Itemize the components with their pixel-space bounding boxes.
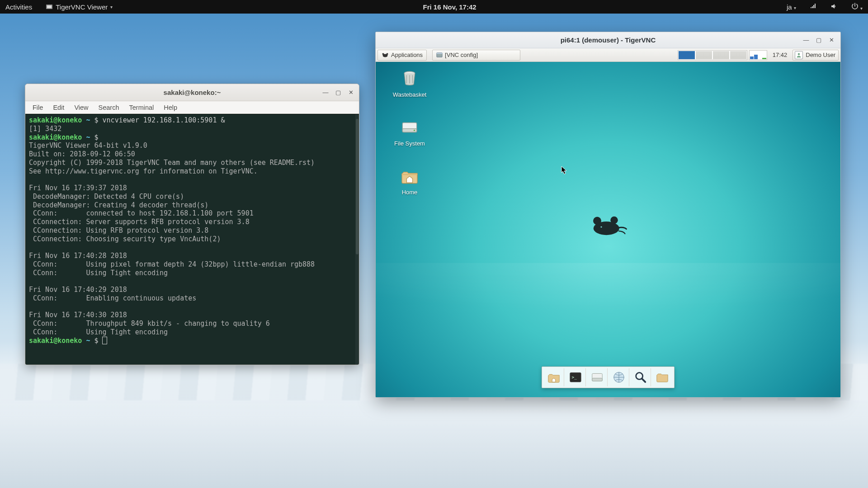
svg-point-13 xyxy=(593,217,601,225)
desktop-icon-wastebasket[interactable]: Wastebasket xyxy=(389,68,430,98)
menu-view[interactable]: View xyxy=(70,103,93,113)
svg-rect-1 xyxy=(47,5,52,8)
vnc-title: pi64:1 (demouser) - TigerVNC xyxy=(376,36,840,44)
home-folder-icon xyxy=(547,371,561,384)
svg-text:>_: >_ xyxy=(571,375,577,380)
close-button[interactable]: ✕ xyxy=(345,88,356,98)
desktop-icon-label: Home xyxy=(389,189,430,196)
user-indicator[interactable]: ja ▾ xyxy=(783,2,800,12)
user-label: Demo User xyxy=(806,52,835,58)
xfce-logo xyxy=(588,214,628,239)
terminal-window[interactable]: sakaki@koneko:~ — ▢ ✕ File Edit View Sea… xyxy=(25,84,359,365)
avatar-icon xyxy=(795,51,803,59)
maximize-button[interactable]: ▢ xyxy=(333,88,344,98)
drive-icon xyxy=(590,371,604,384)
taskbar-item-label: [VNC config] xyxy=(445,52,478,58)
terminal-scrollbar[interactable] xyxy=(355,114,359,365)
maximize-button[interactable]: ▢ xyxy=(813,35,824,45)
menu-terminal[interactable]: Terminal xyxy=(125,103,159,113)
drive-icon xyxy=(399,117,420,138)
applications-menu[interactable]: Applications xyxy=(377,50,427,61)
xfce-panel: Applications [VNC config] 17:42 Demo Use… xyxy=(376,48,840,62)
volume-indicator[interactable] xyxy=(827,2,841,12)
terminal-icon: >_ xyxy=(568,371,583,384)
svg-rect-19 xyxy=(592,378,602,381)
terminal-titlebar[interactable]: sakaki@koneko:~ — ▢ ✕ xyxy=(25,84,359,101)
svg-rect-6 xyxy=(437,52,442,54)
menu-help[interactable]: Help xyxy=(159,103,182,113)
trash-icon xyxy=(399,68,420,89)
xfce-mouse-icon xyxy=(382,52,389,58)
taskbar-item-vncconfig[interactable]: [VNC config] xyxy=(432,50,520,61)
desktop-icon-label: Wastebasket xyxy=(389,91,430,98)
minimize-button[interactable]: — xyxy=(320,88,331,98)
topbar-clock[interactable]: Fri 16 Nov, 17:42 xyxy=(116,3,783,11)
svg-point-3 xyxy=(382,53,384,55)
panel-clock[interactable]: 17:42 xyxy=(769,52,791,58)
dock-item-find[interactable] xyxy=(630,368,651,386)
user-menu[interactable]: Demo User xyxy=(793,50,839,61)
terminal-cursor xyxy=(103,337,107,344)
minimize-button[interactable]: — xyxy=(801,35,811,45)
home-folder-icon xyxy=(399,166,420,187)
terminal-body[interactable]: sakaki@koneko ~ $ vncviewer 192.168.1.10… xyxy=(25,114,359,365)
svg-point-4 xyxy=(387,53,388,55)
desktop-icon-home[interactable]: Home xyxy=(389,166,430,196)
network-indicator[interactable] xyxy=(806,2,821,12)
remote-desktop[interactable]: Wastebasket File System Home >_ xyxy=(376,62,840,397)
search-icon xyxy=(633,371,648,384)
dock-item-filemanager[interactable] xyxy=(587,368,608,386)
cursor-icon xyxy=(561,166,567,175)
svg-point-14 xyxy=(610,216,618,224)
xfce-dock: >_ xyxy=(542,366,675,388)
dock-item-terminal[interactable]: >_ xyxy=(565,368,586,386)
gnome-topbar: Activities TigerVNC Viewer ▾ Fri 16 Nov,… xyxy=(0,0,868,14)
terminal-menubar: File Edit View Search Terminal Help xyxy=(25,101,359,114)
close-button[interactable]: ✕ xyxy=(826,35,837,45)
dock-item-folder[interactable] xyxy=(652,368,673,386)
desktop-icon-filesystem[interactable]: File System xyxy=(389,117,430,147)
cpu-graph[interactable] xyxy=(678,50,747,60)
dock-item-browser[interactable] xyxy=(609,368,629,386)
svg-point-15 xyxy=(601,226,602,228)
user-initials: ja xyxy=(787,3,792,11)
menu-edit[interactable]: Edit xyxy=(48,103,69,113)
window-icon xyxy=(436,52,443,58)
terminal-title: sakaki@koneko:~ xyxy=(25,89,359,96)
dock-item-home[interactable] xyxy=(543,368,564,386)
activities-button[interactable]: Activities xyxy=(2,2,36,12)
folder-icon xyxy=(655,371,670,384)
menu-file[interactable]: File xyxy=(28,103,47,113)
power-indicator[interactable]: ▾ xyxy=(848,2,866,12)
active-app-label: TigerVNC Viewer xyxy=(56,3,108,11)
chevron-down-icon: ▾ xyxy=(794,5,796,10)
active-app-menu[interactable]: TigerVNC Viewer ▾ xyxy=(42,2,116,12)
tigervnc-icon xyxy=(46,3,53,10)
menu-search[interactable]: Search xyxy=(94,103,124,113)
svg-point-7 xyxy=(798,53,800,55)
network-graph[interactable] xyxy=(749,50,767,60)
desktop-icon-label: File System xyxy=(389,140,430,147)
vnc-window[interactable]: pi64:1 (demouser) - TigerVNC — ▢ ✕ Appli… xyxy=(375,32,841,398)
applications-label: Applications xyxy=(391,52,423,58)
vnc-titlebar[interactable]: pi64:1 (demouser) - TigerVNC — ▢ ✕ xyxy=(376,32,840,48)
svg-point-11 xyxy=(414,130,415,131)
globe-icon xyxy=(612,371,626,384)
chevron-down-icon: ▾ xyxy=(110,5,113,9)
chevron-down-icon: ▾ xyxy=(860,6,863,11)
